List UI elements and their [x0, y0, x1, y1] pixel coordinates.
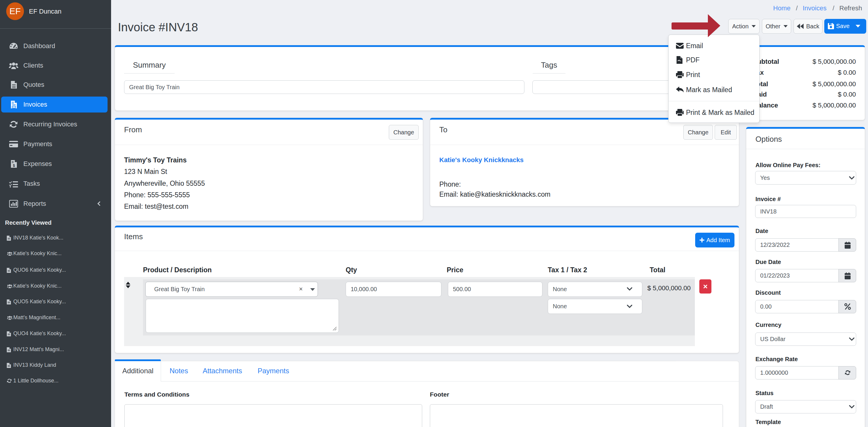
- svg-text:$: $: [13, 163, 15, 168]
